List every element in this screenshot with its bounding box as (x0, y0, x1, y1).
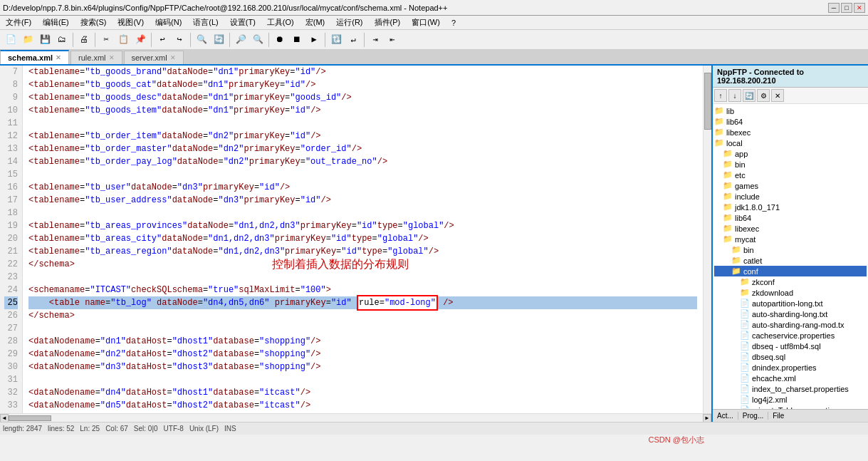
tree-item-lib64[interactable]: 📁 lib64 (714, 212, 867, 223)
code-content[interactable]: <table name="tb_goods_brand" dataNode="d… (23, 66, 703, 413)
tree-item-autopartition-long-txt[interactable]: 📄 autopartition-long.txt (714, 298, 867, 309)
tree-item-log4j2-xml[interactable]: 📄 log4j2.xml (714, 394, 867, 405)
new-button[interactable]: 📄 (3, 32, 19, 48)
tree-item-libexec[interactable]: 📁 libexec (714, 223, 867, 234)
tab-server-xml[interactable]: server.xml ✕ (124, 51, 184, 64)
tab-rule-xml-close[interactable]: ✕ (109, 54, 115, 61)
minimize-button[interactable]: ─ (828, 3, 840, 13)
copy-button[interactable]: 📋 (115, 32, 131, 48)
print-button[interactable]: 🖨 (76, 32, 92, 48)
code-scroll[interactable]: 7891011121314151617181920212223242526272… (0, 66, 711, 413)
menu-plugin[interactable]: 插件(P) (372, 17, 404, 28)
tree-item-zkconf[interactable]: 📁 zkconf (714, 276, 867, 287)
tree-item-local[interactable]: 📁 local (714, 138, 867, 148)
tree-item-ehcache-xml[interactable]: 📄 ehcache.xml (714, 373, 867, 383)
sync-button[interactable]: 🔃 (328, 32, 344, 48)
tree-item-bin[interactable]: 📁 bin (714, 244, 867, 255)
ftp-tab-prog[interactable]: Prog... (738, 412, 768, 420)
cut-button[interactable]: ✂ (98, 32, 114, 48)
tree-item-index-to-charset-properties[interactable]: 📄 index_to_charset.properties (714, 383, 867, 394)
toolbar-sep2 (95, 33, 95, 47)
tree-item-dnindex-properties[interactable]: 📄 dnindex.properties (714, 362, 867, 373)
ftp-toolbar: ↑ ↓ 🔄 ⚙ ✕ (713, 88, 868, 104)
menu-edit[interactable]: 编辑(E) (40, 17, 72, 28)
scrollbar-thumb[interactable] (704, 73, 711, 130)
menu-macro[interactable]: 宏(M) (303, 17, 328, 28)
wordwrap-button[interactable]: ↵ (345, 32, 361, 48)
zoom-in-button[interactable]: 🔎 (233, 32, 249, 48)
tree-item-lib64[interactable]: 📁 lib64 (714, 116, 867, 127)
tree-label: log4j2.xml (752, 395, 788, 404)
outdent-button[interactable]: ⇤ (385, 32, 400, 48)
tree-item-auto-sharding-rang-mod-tx[interactable]: 📄 auto-sharding-rang-mod.tx (714, 319, 867, 330)
tree-item-zkdownload[interactable]: 📁 zkdownload (714, 287, 867, 298)
redo-button[interactable]: ↪ (172, 32, 187, 48)
tree-item-libexec[interactable]: 📁 libexec (714, 127, 867, 138)
maximize-button[interactable]: □ (841, 3, 852, 13)
ftp-tab-act[interactable]: Act... (713, 412, 738, 420)
find-button[interactable]: 🔍 (194, 32, 209, 48)
tree-item-conf[interactable]: 📁 conf (714, 266, 867, 276)
csdn-watermark: CSDN @包小志 (649, 435, 704, 445)
menu-run[interactable]: 运行(R) (333, 17, 365, 28)
menu-help[interactable]: ? (449, 19, 459, 27)
tree-item-mycat[interactable]: 📁 mycat (714, 234, 867, 244)
menu-search[interactable]: 搜索(S) (78, 17, 110, 28)
indent-button[interactable]: ⇥ (367, 32, 383, 48)
tab-server-xml-label: server.xml (132, 53, 167, 62)
menu-settings[interactable]: 设置(T) (227, 17, 258, 28)
line-num-26: 26 (4, 309, 18, 322)
tree-item-jdk1-8-0-171[interactable]: 📁 jdk1.8.0_171 (714, 202, 867, 212)
menu-tools[interactable]: 工具(O) (264, 17, 297, 28)
undo-button[interactable]: ↩ (155, 32, 170, 48)
menu-file[interactable]: 文件(F) (3, 17, 34, 28)
macro-stop-button[interactable]: ⏹ (289, 32, 305, 48)
tree-item-dbseq-sql[interactable]: 📄 dbseq.sql (714, 351, 867, 362)
tree-item-app[interactable]: 📁 app (714, 148, 867, 159)
ftp-btn-2[interactable]: ↓ (728, 89, 741, 102)
title-controls: ─ □ ✕ (828, 3, 865, 13)
horizontal-scrollbar[interactable]: ◀ ▶ (0, 413, 711, 422)
ftp-tab-file[interactable]: File (768, 412, 788, 420)
tree-item-bin[interactable]: 📁 bin (714, 159, 867, 170)
tree-item-games[interactable]: 📁 games (714, 180, 867, 191)
tree-label: dbseq - utf8mb4.sql (752, 342, 821, 351)
ftp-btn-5[interactable]: ✕ (771, 89, 784, 102)
vertical-scrollbar[interactable] (703, 66, 711, 413)
file-tree[interactable]: 📁 lib 📁 lib64 📁 libexec 📁 local 📁 app 📁 … (713, 104, 868, 409)
tree-item-auto-sharding-long-txt[interactable]: 📄 auto-sharding-long.txt (714, 309, 867, 319)
tree-label: zkdownload (752, 289, 793, 297)
macro-rec-button[interactable]: ⏺ (272, 32, 288, 48)
h-scroll-right[interactable]: ▶ (703, 414, 711, 423)
zoom-out-button[interactable]: 🔍 (250, 32, 266, 48)
menu-view[interactable]: 视图(V) (115, 17, 147, 28)
tree-label: jdk1.8.0_171 (735, 203, 780, 212)
save-all-button[interactable]: 🗂 (54, 32, 70, 48)
menu-encode[interactable]: 编码(N) (152, 17, 184, 28)
close-button[interactable]: ✕ (854, 3, 865, 13)
tab-schema-xml-close[interactable]: ✕ (56, 54, 61, 61)
h-scroll-track[interactable] (9, 415, 703, 422)
save-button[interactable]: 💾 (37, 32, 53, 48)
paste-button[interactable]: 📌 (132, 32, 148, 48)
tab-server-xml-close[interactable]: ✕ (170, 54, 176, 61)
tab-schema-xml[interactable]: schema.xml ✕ (0, 50, 69, 64)
tree-item-etc[interactable]: 📁 etc (714, 170, 867, 180)
open-button[interactable]: 📁 (20, 32, 36, 48)
ftp-btn-3[interactable]: 🔄 (743, 89, 755, 102)
tab-rule-xml[interactable]: rule.xml ✕ (70, 51, 122, 64)
replace-button[interactable]: 🔄 (211, 32, 226, 48)
h-scroll-left[interactable]: ◀ (0, 414, 9, 423)
ftp-btn-4[interactable]: ⚙ (757, 89, 770, 102)
tree-icon: 📁 (723, 234, 733, 244)
tree-item-cacheservice-properties[interactable]: 📄 cacheservice.properties (714, 330, 867, 341)
ftp-btn-1[interactable]: ↑ (714, 89, 727, 102)
tree-item-lib[interactable]: 📁 lib (714, 105, 867, 116)
h-scroll-thumb[interactable] (9, 415, 51, 421)
menu-window[interactable]: 窗口(W) (409, 17, 443, 28)
menu-lang[interactable]: 语言(L) (190, 17, 221, 28)
macro-play-button[interactable]: ▶ (306, 32, 322, 48)
tree-item-include[interactable]: 📁 include (714, 191, 867, 202)
tree-item-dbseq---utf8mb4-sql[interactable]: 📄 dbseq - utf8mb4.sql (714, 341, 867, 351)
tree-item-catlet[interactable]: 📁 catlet (714, 255, 867, 266)
